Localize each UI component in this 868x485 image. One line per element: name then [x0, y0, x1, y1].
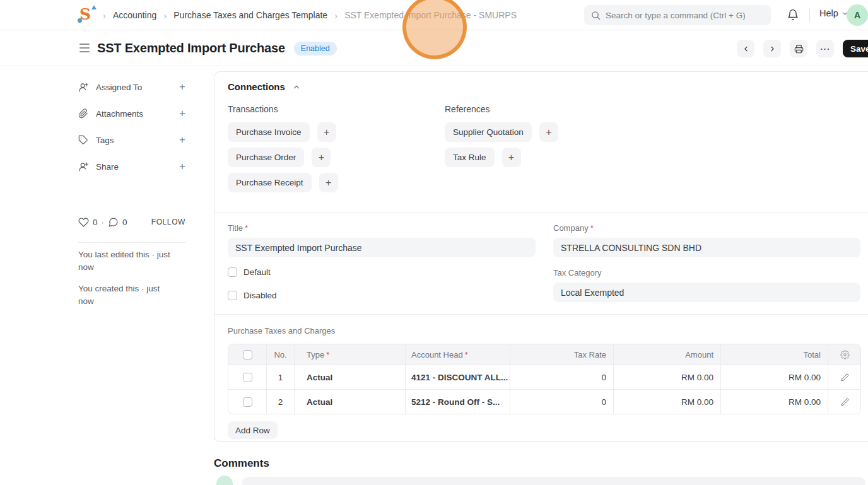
add-tax-rule-button[interactable]: +	[502, 148, 521, 167]
row-number: 2	[266, 390, 294, 414]
sidebar-item-label: Attachments	[96, 109, 143, 119]
required-asterisk: *	[245, 223, 248, 233]
section-divider	[214, 314, 868, 315]
add-purchase-order-button[interactable]: +	[312, 148, 331, 167]
add-purchase-invoice-button[interactable]: +	[317, 122, 336, 142]
connections-section: Connections Transactions Purchase Invoic…	[228, 81, 868, 198]
add-assignment-button[interactable]: +	[179, 83, 185, 91]
select-all-checkbox[interactable]	[243, 350, 252, 359]
disabled-checkbox-row: Disabled	[228, 291, 536, 300]
save-button[interactable]: Save	[843, 40, 868, 57]
connections-section-toggle[interactable]: Connections	[228, 81, 868, 92]
help-menu[interactable]: Help	[819, 8, 848, 18]
print-button[interactable]	[790, 40, 807, 57]
total-cell[interactable]: RM 0.00	[720, 390, 828, 414]
navbar-divider	[809, 8, 810, 22]
like-count: 0	[93, 218, 98, 227]
menu-ellipsis-button[interactable]: ⋯	[816, 40, 834, 57]
status-badge: Enabled	[294, 42, 337, 56]
amount-cell[interactable]: RM 0.00	[613, 365, 720, 389]
page-header: SST Exempted Import Purchase Enabled ⋯ S…	[0, 30, 868, 66]
add-row-button[interactable]: Add Row	[228, 421, 278, 439]
default-checkbox[interactable]	[228, 267, 237, 277]
title-field[interactable]	[228, 238, 536, 257]
column-header-no: No.	[266, 344, 294, 365]
details-section: Title* Default Disabled Company* Tax Cat…	[228, 223, 860, 302]
user-avatar[interactable]: A	[847, 4, 868, 26]
breadcrumb-separator-icon: ›	[103, 10, 106, 21]
tax-category-field-label: Tax Category	[553, 268, 860, 278]
comment-bubble-icon[interactable]	[108, 217, 119, 228]
global-search[interactable]	[584, 5, 771, 25]
breadcrumb-current-doc[interactable]: SST Exempted Import Purchase - SMURPS	[344, 10, 517, 20]
user-plus-icon	[78, 82, 89, 93]
sidebar-toggle-icon[interactable]	[79, 44, 90, 52]
taxes-grid-label: Purchase Taxes and Charges	[228, 326, 861, 336]
tax-category-field[interactable]	[553, 283, 860, 302]
pencil-icon	[841, 398, 849, 406]
add-purchase-receipt-button[interactable]: +	[319, 173, 338, 192]
type-cell[interactable]: Actual	[294, 390, 405, 414]
next-document-button[interactable]	[763, 40, 781, 57]
sidebar-item-attachments[interactable]: Attachments +	[78, 108, 185, 119]
column-header-total: Total	[720, 344, 828, 365]
heart-icon[interactable]	[78, 217, 89, 228]
comment-user-avatar	[216, 476, 233, 485]
tag-icon	[78, 135, 89, 146]
grid-settings-button[interactable]	[828, 344, 861, 365]
amount-cell[interactable]: RM 0.00	[613, 390, 720, 414]
references-label: References	[445, 104, 558, 114]
notifications-bell-icon[interactable]	[787, 9, 799, 21]
table-row[interactable]: 2 Actual 5212 - Round Off - S... 0 RM 0.…	[228, 389, 860, 414]
add-share-button[interactable]: +	[179, 162, 185, 171]
tax-rule-link[interactable]: Tax Rule	[445, 148, 495, 167]
breadcrumb: › Accounting › Purchase Taxes and Charge…	[103, 0, 517, 30]
type-cell[interactable]: Actual	[294, 365, 405, 389]
add-attachment-button[interactable]: +	[179, 109, 185, 118]
printer-icon	[794, 44, 804, 54]
breadcrumb-accounting[interactable]: Accounting	[113, 10, 156, 20]
breadcrumb-separator-icon: ›	[334, 10, 337, 21]
previous-document-button[interactable]	[737, 40, 754, 57]
tax-rate-cell[interactable]: 0	[510, 365, 613, 389]
sidebar-item-label: Assigned To	[96, 83, 142, 92]
sidebar-item-assigned-to[interactable]: Assigned To +	[78, 81, 185, 93]
breadcrumb-template-list[interactable]: Purchase Taxes and Charges Template	[173, 10, 327, 20]
add-supplier-quotation-button[interactable]: +	[539, 122, 558, 142]
app-logo[interactable]: S	[79, 5, 97, 25]
logo-dot-icon	[78, 18, 82, 23]
pencil-icon	[841, 373, 849, 382]
avatar-letter: A	[854, 10, 860, 20]
page-title: SST Exempted Import Purchase	[97, 41, 285, 56]
search-input[interactable]	[606, 11, 764, 20]
purchase-receipt-link[interactable]: Purchase Receipt	[228, 173, 312, 192]
table-row[interactable]: 1 Actual 4121 - DISCOUNT ALL... 0 RM 0.0…	[228, 365, 860, 389]
sidebar-item-tags[interactable]: Tags +	[78, 134, 185, 146]
comment-input[interactable]	[242, 477, 865, 485]
follow-button[interactable]: FOLLOW	[151, 218, 185, 226]
required-asterisk: *	[326, 350, 329, 359]
edit-row-button[interactable]	[828, 390, 861, 414]
company-field[interactable]	[553, 238, 860, 257]
social-row: 0 · 0 FOLLOW	[78, 216, 185, 228]
sidebar-divider	[78, 242, 185, 243]
top-navbar: S › Accounting › Purchase Taxes and Char…	[0, 0, 868, 30]
row-select-checkbox[interactable]	[243, 397, 252, 407]
account-head-cell[interactable]: 4121 - DISCOUNT ALL...	[405, 365, 510, 389]
account-head-cell[interactable]: 5212 - Round Off - S...	[405, 390, 510, 414]
total-cell[interactable]: RM 0.00	[720, 365, 828, 389]
row-select-checkbox[interactable]	[243, 373, 252, 382]
taxes-table: No. Type* Account Head* Tax Rate Amount …	[228, 344, 861, 414]
sidebar-item-share[interactable]: Share +	[78, 161, 185, 172]
document-sidebar: Assigned To + Attachments + Tags + Share…	[78, 81, 185, 187]
disabled-checkbox[interactable]	[228, 291, 237, 300]
purchase-order-link[interactable]: Purchase Order	[228, 148, 304, 167]
purchase-invoice-link[interactable]: Purchase Invoice	[228, 122, 310, 142]
form-card: Connections Transactions Purchase Invoic…	[214, 71, 868, 442]
add-tag-button[interactable]: +	[179, 136, 185, 144]
supplier-quotation-link[interactable]: Supplier Quotation	[445, 122, 532, 142]
edit-row-button[interactable]	[828, 365, 861, 389]
logo-triangle-icon	[91, 5, 97, 9]
tax-rate-cell[interactable]: 0	[510, 390, 613, 414]
comments-heading: Comments	[214, 457, 269, 470]
